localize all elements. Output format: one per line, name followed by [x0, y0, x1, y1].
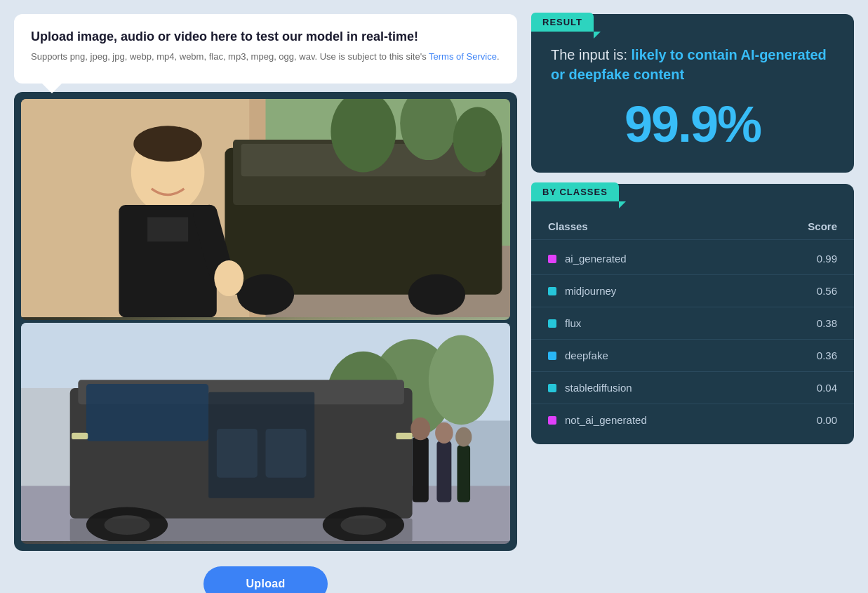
- upload-desc-text: Supports png, jpeg, jpg, webp, mp4, webm…: [31, 51, 429, 62]
- class-score: 0.04: [817, 382, 837, 394]
- svg-point-37: [410, 418, 430, 441]
- top-photo: [21, 99, 510, 320]
- class-left: flux: [548, 317, 581, 329]
- class-name: not_ai_generated: [565, 414, 647, 426]
- class-score: 0.56: [817, 285, 837, 297]
- class-left: ai_generated: [548, 253, 627, 265]
- svg-rect-36: [413, 437, 429, 502]
- class-dot: [548, 255, 556, 263]
- classes-table: ai_generated 0.99 midjourney 0.56 flux 0…: [531, 243, 854, 436]
- classes-content[interactable]: Classes Score ai_generated 0.99 midjourn…: [531, 184, 854, 444]
- class-name: deepfake: [565, 349, 608, 361]
- table-row: deepfake 0.36: [531, 340, 854, 372]
- svg-rect-28: [86, 384, 208, 441]
- classes-header: Classes Score: [531, 215, 854, 240]
- upload-desc-suffix: .: [497, 51, 500, 62]
- class-score: 0.36: [817, 349, 837, 361]
- result-card: RESULT The input is: likely to contain A…: [531, 14, 854, 173]
- upload-button[interactable]: Upload: [203, 566, 327, 593]
- class-left: deepfake: [548, 349, 608, 361]
- result-text-prefix: The input is:: [551, 47, 632, 62]
- table-row: midjourney 0.56: [531, 275, 854, 307]
- svg-point-10: [133, 126, 202, 161]
- table-row: stablediffusion 0.04: [531, 372, 854, 404]
- upload-button-row: Upload: [14, 559, 517, 593]
- class-score: 0.00: [817, 414, 837, 426]
- upload-box: Upload image, audio or video here to tes…: [14, 14, 517, 84]
- class-name: ai_generated: [565, 253, 627, 265]
- svg-point-22: [429, 335, 494, 425]
- upload-description: Supports png, jpeg, jpg, webp, mp4, webm…: [31, 50, 500, 64]
- svg-point-8: [408, 274, 465, 314]
- class-dot: [548, 287, 556, 295]
- svg-rect-38: [436, 441, 451, 502]
- left-panel: Upload image, audio or video here to tes…: [14, 14, 517, 593]
- image-container: [14, 92, 517, 552]
- upload-title: Upload image, audio or video here to tes…: [31, 29, 500, 44]
- svg-rect-40: [457, 445, 470, 502]
- svg-rect-44: [70, 519, 413, 542]
- class-name: midjourney: [565, 285, 616, 297]
- svg-rect-31: [266, 429, 307, 478]
- class-dot: [548, 384, 556, 392]
- classes-card: BY CLASSES Classes Score ai_generated 0.…: [531, 184, 854, 444]
- terms-of-service-link[interactable]: Terms of Service: [429, 51, 497, 62]
- table-row: not_ai_generated 0.00: [531, 404, 854, 436]
- svg-rect-12: [147, 217, 188, 241]
- table-row: flux 0.38: [531, 307, 854, 340]
- class-dot: [548, 416, 556, 425]
- right-panel: RESULT The input is: likely to contain A…: [531, 14, 854, 444]
- svg-rect-15: [223, 262, 234, 286]
- svg-point-39: [435, 422, 453, 444]
- bottom-photo: [21, 323, 510, 544]
- svg-rect-30: [217, 429, 258, 478]
- class-name: flux: [565, 317, 581, 329]
- result-text: The input is: likely to contain AI-gener…: [551, 45, 834, 84]
- class-left: midjourney: [548, 285, 616, 297]
- col-classes-label: Classes: [548, 220, 588, 232]
- svg-point-41: [455, 427, 472, 446]
- svg-rect-42: [72, 433, 88, 439]
- class-left: stablediffusion: [548, 382, 632, 394]
- svg-rect-43: [396, 433, 412, 439]
- class-dot: [548, 319, 556, 328]
- result-content: The input is: likely to contain AI-gener…: [531, 14, 854, 173]
- svg-point-7: [237, 274, 294, 314]
- class-name: stablediffusion: [565, 382, 632, 394]
- col-score-label: Score: [808, 220, 837, 232]
- class-score: 0.38: [817, 317, 837, 329]
- result-badge: RESULT: [531, 13, 594, 32]
- class-score: 0.99: [817, 253, 837, 265]
- table-row: ai_generated 0.99: [531, 243, 854, 275]
- result-percentage: 99.9%: [551, 95, 834, 153]
- class-left: not_ai_generated: [548, 414, 647, 426]
- svg-point-18: [453, 107, 502, 172]
- class-dot: [548, 352, 556, 360]
